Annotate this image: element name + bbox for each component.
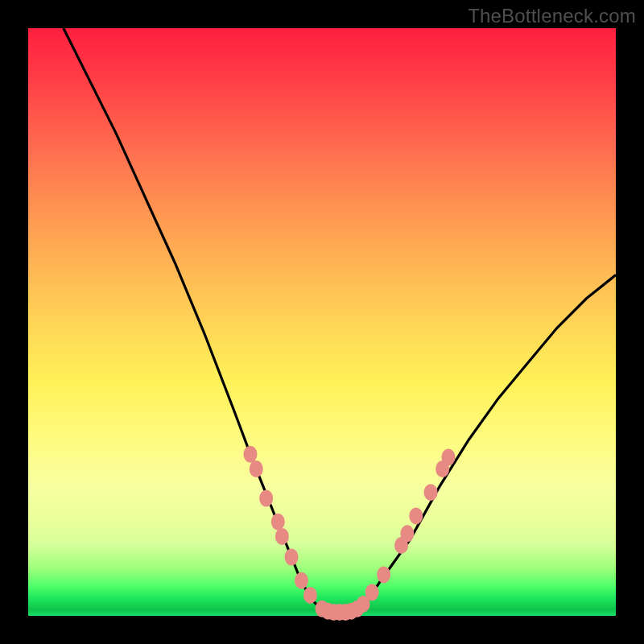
- curve-marker: [271, 514, 285, 530]
- curve-marker: [377, 566, 390, 583]
- watermark-text: TheBottleneck.com: [468, 5, 636, 27]
- curve-marker: [409, 507, 423, 524]
- curve-marker: [365, 584, 379, 601]
- bottleneck-curve-svg: [28, 28, 616, 616]
- chart-frame: TheBottleneck.com: [0, 0, 644, 644]
- marker-group: [243, 446, 455, 621]
- curve-marker: [295, 572, 308, 589]
- curve-marker: [243, 446, 257, 463]
- curve-marker: [259, 490, 273, 507]
- curve-marker: [275, 528, 289, 545]
- curve-marker: [400, 525, 414, 542]
- bottleneck-curve-path: [64, 28, 616, 616]
- curve-marker: [441, 448, 455, 465]
- curve-marker: [285, 549, 299, 566]
- curve-marker: [303, 587, 317, 604]
- curve-marker: [250, 460, 263, 477]
- curve-marker: [424, 484, 438, 501]
